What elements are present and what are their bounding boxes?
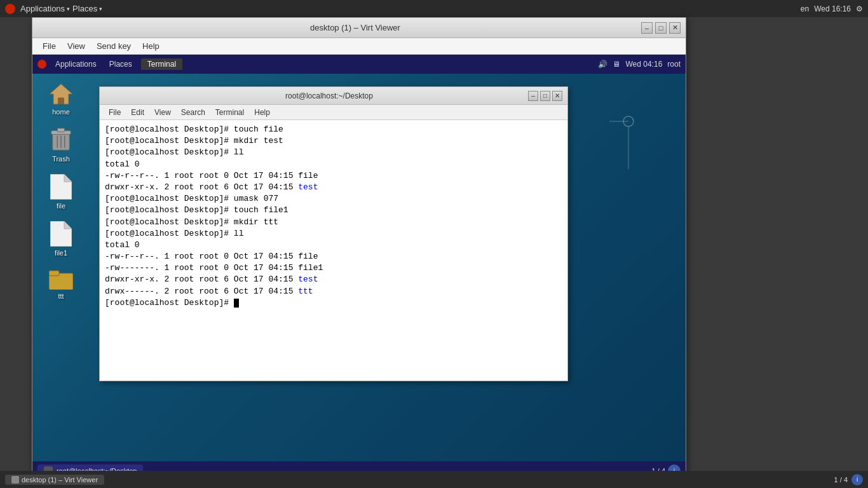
settings-icon[interactable]: ⚙ [856, 4, 863, 13]
term-line-10: [root@localhost Desktop]# ll [105, 228, 562, 240]
term-menu-edit[interactable]: Edit [127, 107, 148, 118]
vm-places-menu[interactable]: Places [105, 58, 136, 70]
term-dir-test: test [298, 182, 318, 192]
svg-marker-9 [64, 174, 72, 182]
language-indicator[interactable]: en [801, 4, 809, 13]
vm-user-label: root [667, 60, 681, 69]
virt-minimize-button[interactable]: – [641, 22, 653, 34]
vm-decoration [559, 74, 686, 169]
term-line-13: -rw-------. 1 root root 0 Oct 17 04:15 f… [105, 262, 562, 274]
vm-volume-icon: 🔊 [598, 60, 607, 69]
home-icon [48, 83, 74, 105]
virt-maximize-button[interactable]: □ [655, 22, 667, 34]
terminal-titlebar: root@localhost:~/Desktop – □ ✕ [100, 87, 567, 105]
file1-icon [50, 221, 72, 247]
term-line-9: [root@localhost Desktop]# mkdir ttt [105, 217, 562, 228]
term-menu-search[interactable]: Search [177, 107, 209, 118]
terminal-close-button[interactable]: ✕ [552, 91, 562, 101]
desktop-icon-home[interactable]: home [46, 80, 76, 118]
system-bar: Applications ▾ Places ▾ en Wed 16:16 ⚙ [0, 0, 868, 17]
host-taskbar-icon [11, 476, 19, 484]
ttt-folder-icon [49, 268, 73, 290]
term-line-15: drwx------. 2 root root 6 Oct 17 04:15 t… [105, 286, 562, 297]
svg-marker-8 [50, 174, 72, 200]
vm-topbar-right: 🔊 🖥 Wed 04:16 root [598, 60, 681, 69]
host-taskbar-left: desktop (1) – Virt Viewer [5, 475, 104, 485]
term-line-11: total 0 [105, 240, 562, 251]
svg-marker-10 [50, 221, 72, 247]
terminal-controls: – □ ✕ [528, 91, 562, 101]
desktop-icon-file1[interactable]: file1 [48, 219, 74, 259]
term-dir-ttt: ttt [298, 287, 313, 296]
vm-topbar-left: Applications Places Terminal [37, 58, 182, 70]
virt-menu-view[interactable]: View [62, 40, 90, 52]
host-taskbar-virt-viewer[interactable]: desktop (1) – Virt Viewer [5, 475, 104, 485]
term-menu-file[interactable]: File [105, 107, 125, 118]
virt-menu-help[interactable]: Help [137, 40, 165, 52]
vm-clock: Wed 04:16 [625, 60, 662, 69]
desktop-icon-ttt[interactable]: ttt [46, 266, 76, 302]
vm-desktop: Applications Places Terminal 🔊 🖥 Wed 04:… [32, 55, 686, 480]
desktop-icons-area: home Trash [32, 74, 90, 461]
term-line-6: drwxr-xr-x. 2 root root 6 Oct 17 04:15 t… [105, 182, 562, 193]
term-menu-view[interactable]: View [151, 107, 175, 118]
vm-terminal-tab[interactable]: Terminal [141, 58, 182, 70]
vm-display-icon: 🖥 [613, 60, 620, 69]
virt-menu-sendkey[interactable]: Send key [92, 40, 136, 52]
term-menu-help[interactable]: Help [250, 107, 274, 118]
vm-applications-menu[interactable]: Applications [51, 58, 100, 70]
svg-marker-11 [64, 221, 72, 229]
terminal-title: root@localhost:~/Desktop [130, 92, 528, 100]
term-line-16: [root@localhost Desktop]# [105, 297, 562, 309]
svg-rect-4 [57, 128, 64, 132]
system-bar-left: Applications ▾ Places ▾ [5, 4, 102, 14]
file-icon-label: file [57, 202, 65, 210]
host-pager-button[interactable]: i [851, 474, 863, 485]
term-line-5: -rw-r--r--. 1 root root 0 Oct 17 04:15 f… [105, 170, 562, 182]
term-line-14: drwxr-xr-x. 2 root root 6 Oct 17 04:15 t… [105, 274, 562, 285]
ttt-icon-label: ttt [58, 292, 64, 300]
trash-icon [50, 127, 72, 152]
places-menu[interactable]: Places ▾ [72, 4, 102, 13]
term-dir-test2: test [298, 274, 318, 284]
svg-rect-13 [49, 271, 59, 276]
terminal-minimize-button[interactable]: – [528, 91, 538, 101]
svg-rect-1 [58, 98, 64, 104]
virt-close-button[interactable]: ✕ [669, 22, 681, 34]
host-taskbar: desktop (1) – Virt Viewer 1 / 4 i [0, 471, 868, 488]
host-pager-text: 1 / 4 [834, 476, 848, 484]
term-line-4: total 0 [105, 159, 562, 170]
virt-menubar: File View Send key Help [32, 38, 686, 55]
term-line-8: [root@localhost Desktop]# touch file1 [105, 205, 562, 216]
virt-menu-file[interactable]: File [37, 40, 61, 52]
home-icon-label: home [52, 108, 70, 116]
terminal-menubar: File Edit View Search Terminal Help [100, 105, 567, 120]
fedora-logo-icon [5, 4, 15, 14]
system-bar-right: en Wed 16:16 ⚙ [801, 4, 863, 13]
term-line-7: [root@localhost Desktop]# umask 077 [105, 193, 562, 205]
terminal-maximize-button[interactable]: □ [540, 91, 550, 101]
host-taskbar-right: 1 / 4 i [834, 474, 863, 485]
terminal-content[interactable]: [root@localhost Desktop]# touch file [ro… [100, 120, 567, 381]
term-line-3: [root@localhost Desktop]# ll [105, 147, 562, 158]
term-line-1: [root@localhost Desktop]# touch file [105, 124, 562, 135]
term-menu-terminal[interactable]: Terminal [212, 107, 248, 118]
vm-topbar: Applications Places Terminal 🔊 🖥 Wed 04:… [32, 55, 686, 74]
desktop-icon-file[interactable]: file [48, 172, 74, 212]
terminal-cursor [234, 299, 239, 308]
terminal-window: root@localhost:~/Desktop – □ ✕ File Edit… [99, 86, 568, 381]
term-line-2: [root@localhost Desktop]# mkdir test [105, 135, 562, 147]
desktop-icon-trash[interactable]: Trash [47, 125, 75, 165]
virt-viewer-controls: – □ ✕ [641, 22, 681, 34]
virt-viewer-window: desktop (1) – Virt Viewer – □ ✕ File Vie… [32, 17, 686, 481]
virt-viewer-title: desktop (1) – Virt Viewer [69, 23, 641, 32]
trash-icon-label: Trash [52, 155, 70, 163]
applications-menu[interactable]: Applications ▾ [20, 4, 70, 13]
file-icon [50, 174, 72, 200]
host-taskbar-label: desktop (1) – Virt Viewer [22, 476, 98, 484]
file1-icon-label: file1 [55, 249, 67, 257]
svg-point-14 [623, 116, 634, 126]
term-line-12: -rw-r--r--. 1 root root 0 Oct 17 04:15 f… [105, 251, 562, 262]
system-clock: Wed 16:16 [814, 4, 851, 13]
vm-fedora-logo-icon [37, 60, 46, 69]
